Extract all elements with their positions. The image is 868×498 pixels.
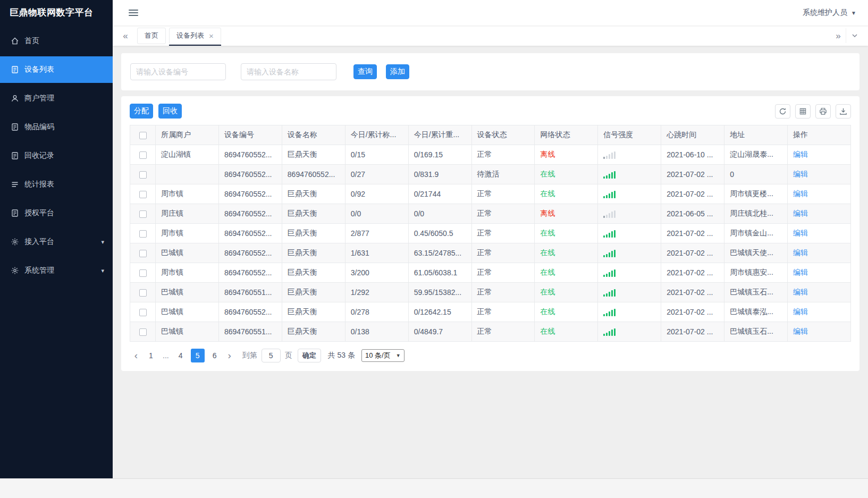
- gear-icon: [11, 238, 19, 246]
- sidebar-item-statistics-report[interactable]: 统计报表: [0, 171, 113, 198]
- edit-link[interactable]: 编辑: [793, 307, 808, 316]
- sidebar-item-merchant-management[interactable]: 商户管理: [0, 85, 113, 112]
- column-header: 心跳时间: [661, 125, 724, 145]
- chevron-down-icon: ▾: [101, 267, 104, 274]
- tab-bar: « 首页设备列表× »: [113, 26, 868, 46]
- cell-weigh-count: 1/292: [345, 283, 408, 302]
- edit-link[interactable]: 编辑: [793, 248, 808, 257]
- chevron-down-icon: ▾: [101, 239, 104, 246]
- select-all-checkbox[interactable]: [139, 132, 147, 139]
- row-checkbox[interactable]: [139, 289, 147, 297]
- pagination-page-5[interactable]: 5: [191, 349, 205, 362]
- query-button[interactable]: 查询: [353, 64, 377, 79]
- cell-weight: 61.05/6038.1: [408, 263, 471, 283]
- pagination-page-1[interactable]: 1: [144, 349, 158, 362]
- cell-action: 编辑: [788, 204, 851, 224]
- cell-action: 编辑: [788, 145, 851, 165]
- chevron-down-icon: ▼: [851, 10, 856, 16]
- device-name-input[interactable]: [241, 63, 336, 80]
- print-button[interactable]: [815, 104, 831, 119]
- tabs-scroll-right-button[interactable]: »: [831, 28, 846, 43]
- cell-merchant: 巴城镇: [156, 283, 219, 302]
- cell-action: 编辑: [788, 184, 851, 204]
- row-checkbox[interactable]: [139, 171, 147, 179]
- horizontal-scrollbar[interactable]: [0, 478, 868, 498]
- tab-home[interactable]: 首页: [137, 28, 166, 44]
- close-icon[interactable]: ×: [209, 32, 214, 40]
- cell-action: 编辑: [788, 224, 851, 243]
- cell-device-name: 巨鼎天衡: [282, 204, 345, 224]
- sidebar-item-device-list[interactable]: 设备列表: [0, 56, 113, 83]
- tab-device-list[interactable]: 设备列表×: [169, 28, 221, 44]
- edit-link[interactable]: 编辑: [793, 189, 808, 198]
- signal-strength-icon: [603, 309, 616, 316]
- edit-link[interactable]: 编辑: [793, 327, 808, 335]
- edit-link[interactable]: 编辑: [793, 209, 808, 217]
- add-button[interactable]: 添加: [386, 64, 409, 79]
- cell-device-status: 正常: [471, 243, 535, 263]
- cell-device-status: 正常: [471, 302, 535, 322]
- edit-link[interactable]: 编辑: [793, 288, 808, 296]
- row-checkbox[interactable]: [139, 309, 147, 316]
- edit-link[interactable]: 编辑: [793, 229, 808, 237]
- cell-heartbeat: 2021-07-02 ...: [661, 283, 724, 302]
- sidebar-item-label: 授权平台: [24, 208, 54, 218]
- cell-device-no: 8694760552...: [218, 184, 282, 204]
- page-size-select[interactable]: 10 条/页 ▼: [361, 349, 404, 362]
- tabs-scroll-left-button[interactable]: «: [118, 28, 133, 43]
- sidebar-item-item-coding[interactable]: 物品编码: [0, 114, 113, 140]
- row-checkbox[interactable]: [139, 151, 147, 159]
- sidebar-item-access-platform[interactable]: 接入平台▾: [0, 229, 113, 255]
- device-no-input[interactable]: [130, 63, 226, 80]
- row-checkbox[interactable]: [139, 269, 147, 277]
- table-row: 周市镇8694760552...巨鼎天衡0/920/21744正常在线2021-…: [130, 184, 851, 204]
- row-checkbox[interactable]: [139, 210, 147, 218]
- edit-link[interactable]: 编辑: [793, 268, 808, 276]
- pagination-page-4[interactable]: 4: [174, 349, 188, 362]
- cell-merchant: 巴城镇: [156, 243, 219, 263]
- cell-device-status: 正常: [471, 145, 535, 165]
- row-checkbox[interactable]: [139, 328, 147, 336]
- cell-heartbeat: 2021-07-02 ...: [661, 243, 724, 263]
- table-row: 周市镇8694760552...巨鼎天衡2/8770.45/6050.5正常在线…: [130, 224, 851, 243]
- cell-device-status: 正常: [471, 204, 535, 224]
- confirm-button[interactable]: 确定: [298, 349, 321, 362]
- cell-weigh-count: 1/631: [345, 243, 408, 263]
- row-checkbox[interactable]: [139, 191, 147, 198]
- export-button[interactable]: [836, 104, 851, 119]
- row-checkbox[interactable]: [139, 250, 147, 257]
- goto-page-input[interactable]: [262, 349, 281, 362]
- sidebar-item-home[interactable]: 首页: [0, 28, 113, 54]
- sidebar-item-recycle-records[interactable]: 回收记录: [0, 142, 113, 169]
- tabs: 首页设备列表×: [137, 28, 831, 44]
- goto-unit: 页: [285, 351, 292, 360]
- sidebar-item-authorization-platform[interactable]: 授权平台: [0, 200, 113, 226]
- sidebar-collapse-icon[interactable]: [127, 7, 140, 18]
- tabs-menu-button[interactable]: [846, 28, 863, 43]
- recycle-button[interactable]: 回收: [158, 104, 182, 119]
- goto-label: 到第: [242, 351, 257, 360]
- doc-icon: [11, 209, 19, 217]
- pagination-next-button[interactable]: ›: [223, 349, 236, 362]
- chevron-down-icon: [852, 32, 858, 39]
- row-checkbox[interactable]: [139, 230, 147, 238]
- user-menu[interactable]: 系统维护人员 ▼: [803, 8, 856, 18]
- cell-address: 周市镇更楼...: [724, 184, 788, 204]
- columns-button[interactable]: [795, 104, 811, 119]
- refresh-button[interactable]: [775, 104, 790, 119]
- cell-heartbeat: 2021-07-02 ...: [661, 302, 724, 322]
- pagination-page-6[interactable]: 6: [208, 349, 222, 362]
- signal-strength-icon: [603, 289, 616, 297]
- cell-device-status: 正常: [471, 263, 535, 283]
- pagination-prev-button[interactable]: ‹: [130, 349, 142, 362]
- assign-button[interactable]: 分配: [130, 104, 153, 119]
- cell-device-name: 8694760552...: [282, 165, 345, 184]
- cell-device-no: 8694760552...: [218, 145, 282, 165]
- column-header: 操作: [788, 125, 851, 145]
- edit-link[interactable]: 编辑: [793, 150, 808, 158]
- cell-device-no: 8694760552...: [218, 263, 282, 283]
- sidebar-item-system-management[interactable]: 系统管理▾: [0, 257, 113, 284]
- cell-device-name: 巨鼎天衡: [282, 243, 345, 263]
- cell-device-no: 8694760552...: [218, 165, 282, 184]
- edit-link[interactable]: 编辑: [793, 170, 808, 178]
